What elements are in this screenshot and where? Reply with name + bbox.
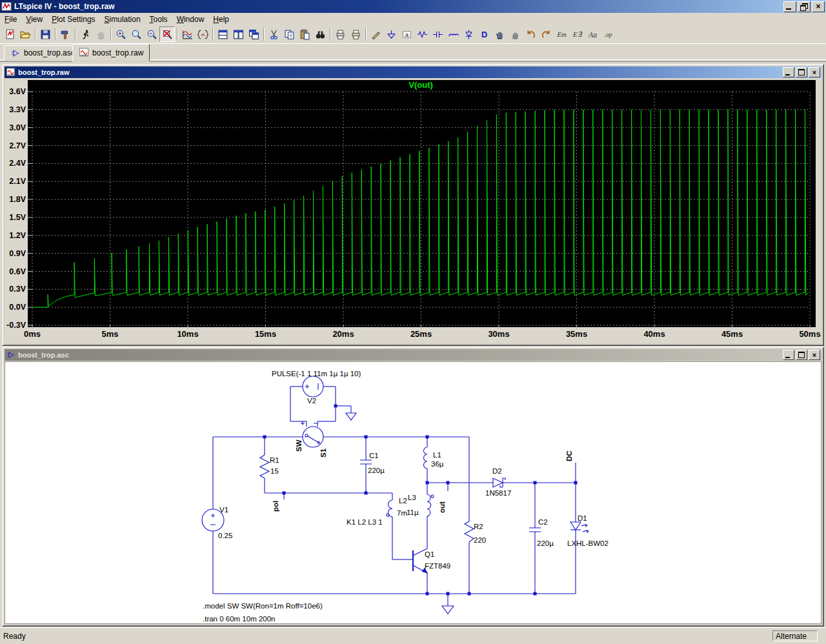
schematic-canvas[interactable]: PULSE(-1 1 11m 1µ 1µ 10)V2SWS1R115C1220µ… (5, 362, 821, 624)
zoom-full-button[interactable] (159, 26, 175, 42)
find-icon (315, 29, 326, 40)
x-tick-label: 20ms (332, 329, 354, 339)
trace-legend-label: V(out) (408, 80, 433, 90)
rotate-icon: E∃ (572, 29, 583, 40)
place-component-button[interactable]: D (476, 26, 492, 42)
menu-item-plot-settings[interactable]: Plot Settings (47, 14, 99, 25)
wire-junction (365, 492, 368, 495)
waveform-maximize-button[interactable] (796, 67, 807, 77)
find-button[interactable] (312, 26, 328, 42)
menu-item-tools[interactable]: Tools (145, 14, 172, 25)
wire-junction (534, 481, 537, 485)
menu-item-help[interactable]: Help (208, 14, 234, 25)
mirror-button[interactable]: Em (554, 26, 569, 42)
cascade-button[interactable] (246, 26, 261, 42)
place-label-button[interactable]: a (399, 26, 414, 42)
x-tick-label: 50ms (799, 329, 820, 339)
minimize-button[interactable] (783, 1, 796, 12)
waveform-close-button[interactable]: × (809, 67, 820, 77)
y-tick-label: 3.6V (9, 87, 26, 96)
schematic-close-button[interactable]: × (809, 350, 820, 360)
place-inductor-button[interactable] (445, 26, 461, 42)
place-ground-icon (386, 29, 397, 40)
menu-item-file[interactable]: File (0, 14, 21, 25)
tab-bar: boost_trop.ascboost_trop.raw (0, 44, 826, 61)
toolbar-separator (175, 27, 179, 41)
copy-button[interactable] (281, 26, 297, 42)
waveform-plot[interactable]: 3.6V3.3V3.0V2.7V2.4V2.1V1.8V1.5V1.2V0.9V… (5, 79, 821, 342)
cut-button[interactable] (266, 26, 281, 42)
new-schematic-icon (5, 29, 15, 40)
tab-label: boost_trop.asc (24, 48, 75, 57)
toolbar-separator (108, 27, 113, 41)
spice-netlist-icon (197, 29, 208, 40)
schematic-text: Q1 (425, 550, 434, 558)
save-button[interactable] (37, 26, 53, 42)
menu-item-view[interactable]: View (21, 14, 47, 25)
schematic-window-titlebar: boost_trop.asc × (5, 349, 821, 361)
waveform-window-icon (6, 68, 15, 77)
wire-junction (574, 481, 578, 485)
place-capacitor-icon (432, 29, 443, 40)
schematic-minimize-button[interactable] (783, 350, 794, 360)
print-preview-button[interactable] (348, 26, 363, 42)
draw-wire-button[interactable] (368, 26, 383, 42)
svg-text:E∃: E∃ (572, 31, 581, 38)
open-button[interactable] (17, 26, 33, 42)
print-button[interactable] (332, 26, 348, 42)
new-schematic-button[interactable] (2, 26, 17, 42)
waveform-window-titlebar: boost_trop.raw × (5, 66, 821, 78)
paste-icon (299, 29, 310, 40)
waveform-window-title: boost_trop.raw (18, 68, 781, 76)
move-button[interactable] (492, 26, 507, 42)
tab-boost_trop.asc[interactable]: boost_trop.asc (4, 45, 81, 61)
control-panel-button[interactable] (57, 26, 73, 42)
x-tick-label: 10ms (177, 329, 198, 339)
cascade-icon (248, 29, 259, 40)
redo-button[interactable] (538, 26, 554, 42)
plot-settings-button[interactable] (179, 26, 195, 42)
tab-boost_trop.raw[interactable]: boost_trop.raw (72, 44, 150, 61)
save-icon (40, 29, 51, 40)
x-tick-label: 30ms (488, 329, 509, 339)
schematic-text: 1N5817 (485, 489, 511, 497)
run-button[interactable] (77, 26, 93, 42)
undo-button[interactable] (523, 26, 538, 42)
wire-junction (334, 405, 337, 408)
drag-icon (510, 29, 521, 40)
paste-button[interactable] (297, 26, 312, 42)
drag-button[interactable] (507, 26, 523, 42)
zoom-in-button[interactable] (113, 26, 128, 42)
schematic-text: 36µ (431, 460, 444, 468)
wire-junction (426, 592, 429, 596)
place-ground-button[interactable] (383, 26, 399, 42)
waveform-minimize-button[interactable] (783, 67, 794, 77)
toolbar-separator (73, 27, 77, 41)
zoom-area-button[interactable] (128, 26, 144, 42)
place-resistor-button[interactable] (414, 26, 430, 42)
schematic-text: .model SW SW(Ron=1m Roff=10e6) (203, 602, 323, 610)
status-mode-badge: Alternate (772, 630, 818, 641)
schematic-text: D2 (492, 467, 502, 475)
place-diode-button[interactable] (461, 26, 476, 42)
menu-item-simulation[interactable]: Simulation (100, 14, 145, 25)
wire-junction (447, 481, 450, 485)
y-tick-label: 1.5V (9, 213, 26, 222)
tile-horizontal-button[interactable] (215, 26, 230, 42)
undo-icon (525, 29, 536, 40)
place-capacitor-button[interactable] (430, 26, 445, 42)
tile-vertical-button[interactable] (230, 26, 246, 42)
restore-button[interactable] (798, 1, 811, 12)
svg-text:D: D (481, 30, 487, 39)
spice-netlist-button[interactable] (195, 26, 210, 42)
menu-item-window[interactable]: Window (172, 14, 209, 25)
mirror-icon: Em (556, 29, 567, 40)
zoom-out-button[interactable] (144, 26, 159, 42)
y-tick-label: 2.1V (9, 177, 26, 186)
schematic-maximize-button[interactable] (796, 350, 807, 360)
spice-directive-button[interactable]: .op (600, 26, 616, 42)
text-button[interactable]: Aa (585, 26, 600, 42)
rotate-button[interactable]: E∃ (569, 26, 585, 42)
waveform-pane[interactable]: 3.6V3.3V3.0V2.7V2.4V2.1V1.8V1.5V1.2V0.9V… (5, 79, 821, 343)
close-button[interactable]: × (812, 1, 825, 12)
